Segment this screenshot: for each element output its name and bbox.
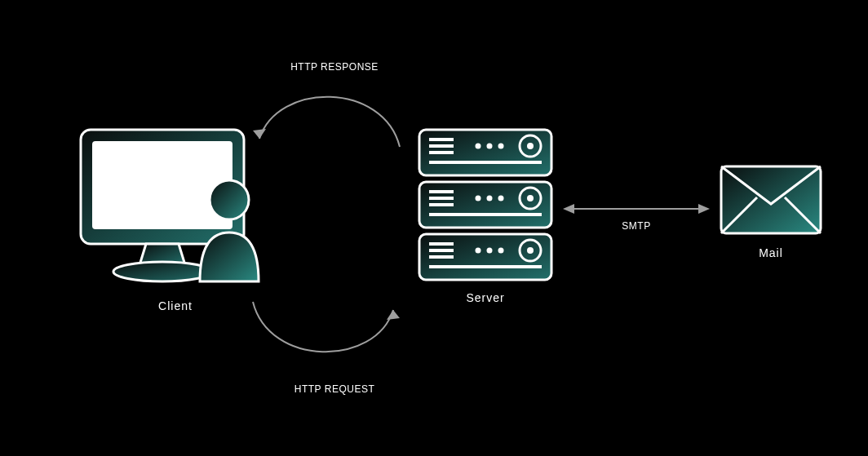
svg-rect-27 [429,255,454,259]
svg-rect-1 [92,141,232,229]
svg-point-19 [476,196,481,201]
svg-rect-8 [429,161,542,164]
svg-marker-35 [253,129,266,139]
svg-rect-16 [429,197,454,200]
svg-point-29 [476,248,481,254]
svg-point-23 [527,195,534,201]
svg-rect-15 [429,190,454,193]
arrow-smtp [563,201,710,217]
svg-point-3 [210,180,249,219]
smtp-label: SMTP [587,220,685,232]
svg-rect-5 [429,138,454,141]
svg-marker-38 [563,204,574,214]
svg-point-10 [487,144,493,149]
mail-label: Mail [759,246,783,259]
svg-point-13 [527,143,534,149]
svg-point-31 [498,248,504,254]
svg-rect-28 [429,265,542,268]
svg-point-11 [498,144,504,149]
client-icon [78,126,273,290]
server-label: Server [466,291,504,304]
server-node: Server [408,126,563,304]
svg-marker-39 [698,204,710,214]
svg-point-9 [476,144,481,149]
request-label: HTTP REQUEST [245,383,424,395]
svg-point-2 [113,262,211,281]
svg-rect-7 [429,151,454,154]
svg-rect-25 [429,242,454,246]
svg-rect-18 [429,213,542,216]
svg-point-20 [487,196,493,201]
client-label: Client [158,299,193,312]
svg-point-21 [498,196,504,201]
mail-node: Mail [710,163,832,259]
arrow-response [245,73,408,155]
svg-rect-6 [429,144,454,148]
svg-rect-17 [429,203,454,206]
architecture-diagram: Client [0,0,868,456]
svg-rect-26 [429,249,454,252]
svg-point-33 [527,247,534,254]
mail-icon [718,163,824,237]
svg-point-30 [487,248,493,254]
arrow-request [245,294,408,375]
response-label: HTTP RESPONSE [245,61,424,73]
svg-marker-36 [387,310,400,320]
server-icon [416,126,555,281]
